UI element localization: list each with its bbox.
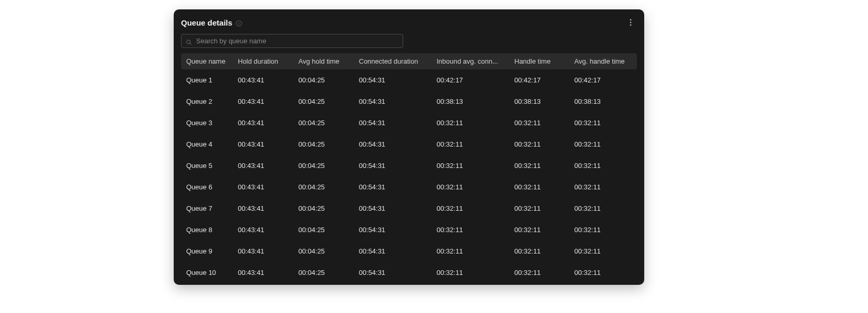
handle-time-cell: 00:32:11 <box>509 176 569 198</box>
avg-hold-cell: 00:04:25 <box>293 176 354 198</box>
hold-duration-cell: 00:43:41 <box>233 134 293 155</box>
hold-duration-cell: 00:43:41 <box>233 176 293 198</box>
table-row[interactable]: Queue 300:43:4100:04:2500:54:3100:32:110… <box>181 112 637 134</box>
panel-header: Queue details <box>174 9 644 33</box>
col-header-avg-hold-time[interactable]: Avg hold time <box>293 53 354 69</box>
inbound-avg-cell: 00:32:11 <box>431 134 509 155</box>
queue-name-cell: Queue 10 <box>181 262 233 283</box>
queue-name-cell: Queue 6 <box>181 176 233 198</box>
col-header-inbound-avg-conn[interactable]: Inbound avg. conn... <box>431 53 509 69</box>
table-row[interactable]: Queue 400:43:4100:04:2500:54:3100:32:110… <box>181 134 637 155</box>
avg-handle-cell: 00:32:11 <box>569 240 637 262</box>
inbound-avg-cell: 00:32:11 <box>431 219 509 240</box>
avg-handle-cell: 00:32:11 <box>569 176 637 198</box>
hold-duration-cell: 00:43:41 <box>233 69 293 91</box>
queue-name-cell: Queue 3 <box>181 112 233 134</box>
search-input[interactable] <box>181 34 403 48</box>
table-row[interactable]: Queue 100:43:4100:04:2500:54:3100:42:170… <box>181 69 637 91</box>
avg-hold-cell: 00:04:25 <box>293 134 354 155</box>
svg-point-5 <box>630 25 632 26</box>
queue-name-cell: Queue 4 <box>181 134 233 155</box>
info-icon[interactable] <box>236 19 242 26</box>
more-options-button[interactable] <box>624 16 637 29</box>
connected-duration-cell: 00:54:31 <box>354 112 431 134</box>
connected-duration-cell: 00:54:31 <box>354 69 431 91</box>
handle-time-cell: 00:32:11 <box>509 262 569 283</box>
connected-duration-cell: 00:54:31 <box>354 91 431 112</box>
avg-handle-cell: 00:32:11 <box>569 219 637 240</box>
col-header-handle-time[interactable]: Handle time <box>509 53 569 69</box>
hold-duration-cell: 00:43:41 <box>233 91 293 112</box>
table-row[interactable]: Queue 700:43:4100:04:2500:54:3100:32:110… <box>181 198 637 219</box>
inbound-avg-cell: 00:32:11 <box>431 155 509 176</box>
inbound-avg-cell: 00:32:11 <box>431 262 509 283</box>
svg-point-3 <box>630 19 632 21</box>
inbound-avg-cell: 00:42:17 <box>431 69 509 91</box>
more-vertical-icon <box>626 18 635 27</box>
table-row[interactable]: Queue 900:43:4100:04:2500:54:3100:32:110… <box>181 240 637 262</box>
queue-name-cell: Queue 7 <box>181 198 233 219</box>
svg-rect-2 <box>239 22 239 22</box>
handle-time-cell: 00:38:13 <box>509 91 569 112</box>
avg-hold-cell: 00:04:25 <box>293 198 354 219</box>
hold-duration-cell: 00:43:41 <box>233 112 293 134</box>
avg-handle-cell: 00:32:11 <box>569 262 637 283</box>
table-header-row: Queue name Hold duration Avg hold time C… <box>181 53 637 69</box>
hold-duration-cell: 00:43:41 <box>233 219 293 240</box>
connected-duration-cell: 00:54:31 <box>354 134 431 155</box>
hold-duration-cell: 00:43:41 <box>233 155 293 176</box>
inbound-avg-cell: 00:32:11 <box>431 198 509 219</box>
avg-handle-cell: 00:32:11 <box>569 198 637 219</box>
queue-name-cell: Queue 5 <box>181 155 233 176</box>
queue-name-cell: Queue 9 <box>181 240 233 262</box>
avg-hold-cell: 00:04:25 <box>293 155 354 176</box>
col-header-avg-handle-time[interactable]: Avg. handle time <box>569 53 637 69</box>
avg-handle-cell: 00:32:11 <box>569 112 637 134</box>
col-header-hold-duration[interactable]: Hold duration <box>233 53 293 69</box>
hold-duration-cell: 00:43:41 <box>233 240 293 262</box>
table-row[interactable]: Queue 600:43:4100:04:2500:54:3100:32:110… <box>181 176 637 198</box>
connected-duration-cell: 00:54:31 <box>354 176 431 198</box>
search-row <box>174 33 644 53</box>
queue-details-panel: Queue details <box>174 9 644 285</box>
hold-duration-cell: 00:43:41 <box>233 198 293 219</box>
table-row[interactable]: Queue 500:43:4100:04:2500:54:3100:32:110… <box>181 155 637 176</box>
panel-title: Queue details <box>181 18 232 27</box>
table-row[interactable]: Queue 1000:43:4100:04:2500:54:3100:32:11… <box>181 262 637 283</box>
handle-time-cell: 00:32:11 <box>509 155 569 176</box>
avg-handle-cell: 00:42:17 <box>569 69 637 91</box>
avg-hold-cell: 00:04:25 <box>293 69 354 91</box>
handle-time-cell: 00:42:17 <box>509 69 569 91</box>
avg-handle-cell: 00:32:11 <box>569 155 637 176</box>
handle-time-cell: 00:32:11 <box>509 134 569 155</box>
handle-time-cell: 00:32:11 <box>509 112 569 134</box>
svg-point-4 <box>630 22 632 23</box>
connected-duration-cell: 00:54:31 <box>354 155 431 176</box>
avg-hold-cell: 00:04:25 <box>293 262 354 283</box>
avg-hold-cell: 00:04:25 <box>293 91 354 112</box>
connected-duration-cell: 00:54:31 <box>354 262 431 283</box>
table-row[interactable]: Queue 800:43:4100:04:2500:54:3100:32:110… <box>181 219 637 240</box>
queue-name-cell: Queue 8 <box>181 219 233 240</box>
col-header-queue-name[interactable]: Queue name <box>181 53 233 69</box>
avg-handle-cell: 00:32:11 <box>569 134 637 155</box>
handle-time-cell: 00:32:11 <box>509 240 569 262</box>
queue-table: Queue name Hold duration Avg hold time C… <box>181 53 637 283</box>
col-header-connected-duration[interactable]: Connected duration <box>354 53 431 69</box>
svg-rect-1 <box>239 23 239 25</box>
inbound-avg-cell: 00:32:11 <box>431 112 509 134</box>
table-row[interactable]: Queue 200:43:4100:04:2500:54:3100:38:130… <box>181 91 637 112</box>
inbound-avg-cell: 00:32:11 <box>431 176 509 198</box>
avg-hold-cell: 00:04:25 <box>293 240 354 262</box>
inbound-avg-cell: 00:32:11 <box>431 240 509 262</box>
avg-handle-cell: 00:38:13 <box>569 91 637 112</box>
search-wrap <box>181 34 403 48</box>
connected-duration-cell: 00:54:31 <box>354 198 431 219</box>
connected-duration-cell: 00:54:31 <box>354 219 431 240</box>
handle-time-cell: 00:32:11 <box>509 219 569 240</box>
hold-duration-cell: 00:43:41 <box>233 262 293 283</box>
connected-duration-cell: 00:54:31 <box>354 240 431 262</box>
table-scroll-container[interactable]: Queue name Hold duration Avg hold time C… <box>174 53 644 285</box>
avg-hold-cell: 00:04:25 <box>293 219 354 240</box>
handle-time-cell: 00:32:11 <box>509 198 569 219</box>
